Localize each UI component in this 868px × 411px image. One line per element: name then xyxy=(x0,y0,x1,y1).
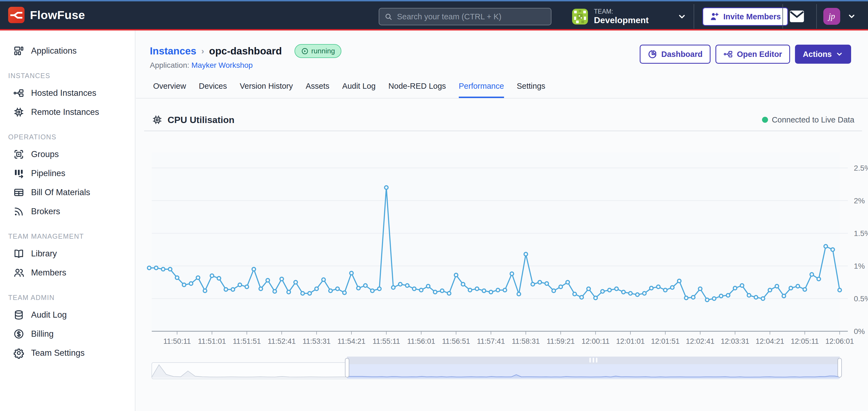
fork-icon xyxy=(723,49,733,59)
groups-icon xyxy=(13,149,25,160)
svg-text:11:54:21: 11:54:21 xyxy=(337,337,365,345)
remote-instances-icon xyxy=(13,106,25,118)
sidebar-item-label: Groups xyxy=(31,149,59,159)
instance-actions: Dashboard Open Editor Actions xyxy=(640,45,851,64)
tab-assets[interactable]: Assets xyxy=(306,82,330,98)
header-divider xyxy=(816,4,817,29)
flowfuse-logo[interactable]: FlowFuse xyxy=(8,7,85,23)
svg-text:1%: 1% xyxy=(854,262,865,270)
sidebar-item-label: Hosted Instances xyxy=(31,88,96,98)
user-avatar: jp xyxy=(823,8,840,25)
user-plus-icon xyxy=(710,12,719,22)
actions-button[interactable]: Actions xyxy=(795,45,851,64)
dashboard-button[interactable]: Dashboard xyxy=(640,45,710,64)
svg-text:12:04:21: 12:04:21 xyxy=(755,337,784,345)
tab-settings[interactable]: Settings xyxy=(517,82,546,98)
sidebar-item-remote-instances[interactable]: Remote Instances xyxy=(0,103,135,122)
flowfuse-logo-icon xyxy=(8,7,25,23)
invite-members-button[interactable]: Invite Members xyxy=(702,7,788,26)
sidebar-item-bill-of-materials[interactable]: Bill Of Materials xyxy=(0,183,135,202)
sidebar-item-applications[interactable]: Applications xyxy=(0,41,135,61)
team-search[interactable] xyxy=(379,8,551,25)
breadcrumb-instances-link[interactable]: Instances xyxy=(150,45,196,57)
tab-audit-log[interactable]: Audit Log xyxy=(342,82,376,98)
team-avatar xyxy=(572,9,588,25)
instance-tabs: OverviewDevicesVersion HistoryAssetsAudi… xyxy=(136,77,868,99)
chart-range-brush[interactable] xyxy=(136,351,868,386)
library-icon xyxy=(13,248,25,260)
sidebar-item-groups[interactable]: Groups xyxy=(0,145,135,164)
user-menu[interactable]: jp xyxy=(823,8,856,25)
status-badge-label: running xyxy=(311,47,335,55)
application-line: Application: Mayker Workshop xyxy=(150,61,253,70)
mail-icon[interactable] xyxy=(789,10,804,23)
svg-text:11:56:01: 11:56:01 xyxy=(407,337,435,345)
bill-of-materials-icon xyxy=(13,187,25,198)
svg-text:12:01:51: 12:01:51 xyxy=(651,337,679,345)
svg-text:11:58:31: 11:58:31 xyxy=(512,337,540,345)
application-label: Application: xyxy=(150,61,189,69)
hosted-instances-icon xyxy=(13,88,25,99)
open-editor-button[interactable]: Open Editor xyxy=(715,45,790,64)
team-chevron-down-icon xyxy=(677,12,687,21)
svg-text:12:03:31: 12:03:31 xyxy=(721,337,749,345)
brokers-icon xyxy=(13,206,25,217)
svg-text:2.5%: 2.5% xyxy=(854,164,868,172)
svg-text:11:51:51: 11:51:51 xyxy=(232,337,261,345)
tab-overview[interactable]: Overview xyxy=(153,82,186,98)
svg-text:11:59:21: 11:59:21 xyxy=(547,337,575,345)
svg-text:12:05:11: 12:05:11 xyxy=(790,337,819,345)
sidebar-item-brokers[interactable]: Brokers xyxy=(0,202,135,221)
breadcrumb: Instances › opc-dashboard running xyxy=(150,44,341,58)
user-chevron-down-icon xyxy=(847,12,856,21)
sidebar-section-label: INSTANCES xyxy=(8,72,135,80)
brush-right-handle[interactable] xyxy=(838,358,842,377)
sidebar-section-label: OPERATIONS xyxy=(8,133,135,141)
tab-node-red-logs[interactable]: Node-RED Logs xyxy=(389,82,446,98)
brush-left-handle[interactable] xyxy=(345,358,349,377)
cpu-utilisation-chart: 0%0.5%1%1.5%2%2.5%11:50:1111:51:0111:51:… xyxy=(136,147,868,348)
tab-devices[interactable]: Devices xyxy=(199,82,227,98)
svg-text:11:57:41: 11:57:41 xyxy=(477,337,505,345)
main-content: Instances › opc-dashboard running Applic… xyxy=(136,31,868,411)
sidebar-item-library[interactable]: Library xyxy=(0,244,135,263)
chart-divider xyxy=(144,131,862,131)
pipelines-icon xyxy=(13,168,25,179)
svg-text:0.5%: 0.5% xyxy=(854,295,868,303)
sidebar-section-label: TEAM MANAGEMENT xyxy=(8,233,135,240)
tab-version-history[interactable]: Version History xyxy=(240,82,293,98)
live-status: Connected to Live Data xyxy=(762,115,855,125)
dashboard-button-label: Dashboard xyxy=(661,50,702,59)
sidebar-item-label: Members xyxy=(31,268,66,278)
sidebar-item-members[interactable]: Members xyxy=(0,263,135,282)
svg-text:12:00:11: 12:00:11 xyxy=(581,337,610,345)
sidebar-item-label: Library xyxy=(31,249,57,259)
sidebar-item-pipelines[interactable]: Pipelines xyxy=(0,164,135,183)
sidebar-item-hosted-instances[interactable]: Hosted Instances xyxy=(0,83,135,103)
billing-icon xyxy=(13,328,25,340)
svg-text:1.5%: 1.5% xyxy=(854,229,868,238)
search-icon xyxy=(384,12,393,21)
tab-performance[interactable]: Performance xyxy=(459,82,504,98)
header-divider xyxy=(694,4,694,29)
actions-chevron-down-icon xyxy=(836,50,843,58)
sidebar-item-billing[interactable]: Billing xyxy=(0,324,135,343)
svg-text:2%: 2% xyxy=(854,197,865,205)
pie-chart-icon xyxy=(648,49,657,59)
header-divider xyxy=(782,4,783,29)
sidebar-item-label: Pipelines xyxy=(31,169,65,178)
sidebar-section-label: TEAM ADMIN xyxy=(8,294,135,302)
sidebar-item-label: Audit Log xyxy=(31,310,67,320)
applications-icon xyxy=(13,45,25,57)
svg-text:11:53:31: 11:53:31 xyxy=(302,337,331,345)
application-link[interactable]: Mayker Workshop xyxy=(191,61,253,69)
sidebar-item-audit-log[interactable]: Audit Log xyxy=(0,305,135,324)
play-circle-icon xyxy=(301,47,309,55)
members-icon xyxy=(13,267,25,278)
search-input[interactable] xyxy=(396,12,546,22)
sidebar-item-team-settings[interactable]: Team Settings xyxy=(0,343,135,363)
team-selector[interactable]: TEAM: Development xyxy=(572,6,687,28)
svg-text:12:01:01: 12:01:01 xyxy=(616,337,645,345)
svg-text:12:02:41: 12:02:41 xyxy=(686,337,714,345)
top-navbar: FlowFuse TEAM: Dev xyxy=(0,0,868,31)
